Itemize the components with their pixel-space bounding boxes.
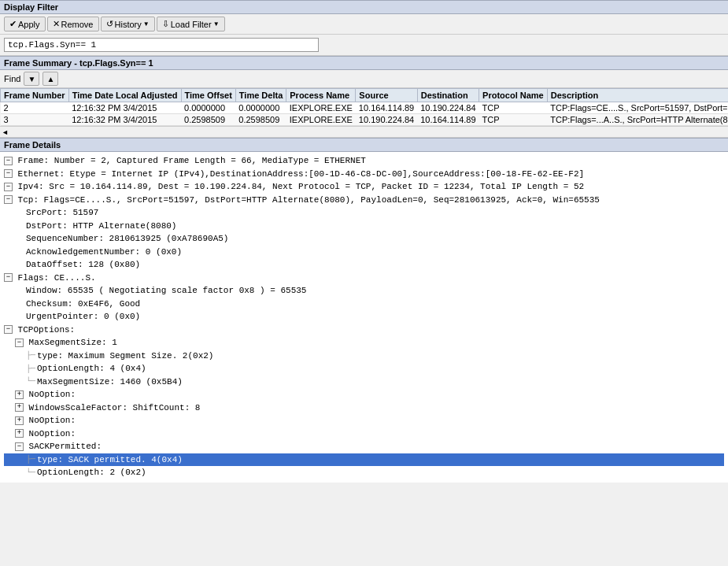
tree-line[interactable]: ├─type: Maximum Segment Size. 2(0x2) <box>4 350 724 363</box>
remove-icon: ✕ <box>53 19 60 29</box>
display-filter-toolbar: ✔ Apply ✕ Remove ↺ History ▼ ⇩ Load Filt… <box>0 14 728 35</box>
tree-node-text: NoOption: <box>24 427 76 441</box>
table-header-row: Frame Number Time Date Local Adjusted Ti… <box>1 89 729 102</box>
filter-input-row <box>0 35 728 55</box>
tree-line[interactable]: + WindowsScaleFactor: ShiftCount: 8 <box>4 401 724 415</box>
tree-line[interactable]: − Ethernet: Etype = Internet IP (IPv4),D… <box>4 168 724 181</box>
frame-details-title: Frame Details <box>4 140 61 150</box>
tree-node-text: MaxSegmentSize: 1460 (0x5B4) <box>37 375 183 389</box>
tree-line[interactable]: └─OptionLength: 2 (0x2) <box>4 466 724 479</box>
tree-line[interactable]: − Flags: CE....S. <box>4 272 724 285</box>
tree-line[interactable]: − Ipv4: Src = 10.164.114.89, Dest = 10.1… <box>4 180 724 194</box>
tree-line[interactable]: + NoOption: <box>4 427 724 441</box>
display-filter-header: Display Filter <box>0 0 728 14</box>
tree-line[interactable]: − Tcp: Flags=CE....S., SrcPort=51597, Ds… <box>4 194 724 207</box>
tree-line[interactable]: AcknowledgementNumber: 0 (0x0) <box>4 246 724 259</box>
tree-node-text: MaxSegmentSize: 1 <box>24 336 117 350</box>
tree-line[interactable]: − SACKPermitted: <box>4 440 724 453</box>
expand-icon[interactable]: + <box>15 429 24 438</box>
tree-node-text: Tcp: Flags=CE....S., SrcPort=51597, DstP… <box>13 194 600 207</box>
tree-node-text: OptionLength: 2 (0x2) <box>37 466 146 479</box>
history-dropdown-arrow: ▼ <box>143 20 150 28</box>
horizontal-scrollbar[interactable]: ◄ <box>0 126 728 137</box>
load-filter-button[interactable]: ⇩ Load Filter ▼ <box>157 17 225 31</box>
tree-line[interactable]: SrcPort: 51597 <box>4 206 724 220</box>
remove-button[interactable]: ✕ Remove <box>47 17 99 31</box>
frame-summary-section: Frame Summary - tcp.Flags.Syn== 1 Find ▼… <box>0 56 728 138</box>
summary-toolbar: Find ▼ ▲ <box>0 70 728 88</box>
tree-line[interactable]: ├─type: SACK permitted. 4(0x4) <box>4 453 724 467</box>
frame-table-body: 212:16:32 PM 3/4/20150.00000000.0000000I… <box>1 102 729 126</box>
tree-node-text: Ethernet: Etype = Internet IP (IPv4),Des… <box>13 168 584 181</box>
tree-node-text: Window: 65535 ( Negotiating scale factor… <box>26 284 306 298</box>
col-time-date: Time Date Local Adjusted <box>68 89 181 102</box>
col-source: Source <box>356 89 417 102</box>
expand-icon[interactable]: + <box>15 403 24 412</box>
scroll-left-icon: ◄ <box>2 128 9 136</box>
table-row[interactable]: 312:16:32 PM 3/4/20150.25985090.2598509I… <box>1 114 729 126</box>
collapse-icon[interactable]: − <box>4 325 13 334</box>
expand-icon[interactable]: + <box>15 390 24 399</box>
collapse-icon[interactable]: − <box>4 157 13 165</box>
tree-node-text: Ipv4: Src = 10.164.114.89, Dest = 10.190… <box>13 180 584 194</box>
load-filter-dropdown-arrow: ▼ <box>213 20 220 28</box>
history-icon: ↺ <box>106 19 113 29</box>
tree-node-text: type: Maximum Segment Size. 2(0x2) <box>37 350 213 363</box>
display-filter-section: Display Filter ✔ Apply ✕ Remove ↺ Histor… <box>0 0 728 56</box>
frame-details-header: Frame Details <box>0 138 728 152</box>
tree-line[interactable]: ├─OptionLength: 4 (0x4) <box>4 362 724 375</box>
scroll-down-button[interactable]: ▼ <box>24 72 39 86</box>
tree-line[interactable]: − Frame: Number = 2, Captured Frame Leng… <box>4 154 724 168</box>
tree-line[interactable]: Checksum: 0xE4F6, Good <box>4 298 724 311</box>
tree-line[interactable]: DstPort: HTTP Alternate(8080) <box>4 220 724 233</box>
apply-icon: ✔ <box>9 19 17 29</box>
tree-node-text: SequenceNumber: 2810613925 (0xA78690A5) <box>26 232 228 246</box>
tree-node-text: SrcPort: 51597 <box>26 206 98 220</box>
tree-line[interactable]: └─MaxSegmentSize: 1460 (0x5B4) <box>4 375 724 389</box>
tree-line[interactable]: + NoOption: <box>4 388 724 401</box>
tree-node-text: OptionLength: 4 (0x4) <box>37 362 146 375</box>
col-time-delta: Time Delta <box>235 89 286 102</box>
collapse-icon[interactable]: − <box>4 273 13 282</box>
frame-table-container: Frame Number Time Date Local Adjusted Ti… <box>0 88 728 126</box>
history-button[interactable]: ↺ History ▼ <box>101 17 155 31</box>
scroll-up-button[interactable]: ▲ <box>42 72 58 86</box>
tree-node-text: Checksum: 0xE4F6, Good <box>26 298 140 311</box>
frame-table: Frame Number Time Date Local Adjusted Ti… <box>0 88 728 126</box>
tree-line[interactable]: UrgentPointer: 0 (0x0) <box>4 310 724 324</box>
tree-node-text: AcknowledgementNumber: 0 (0x0) <box>26 246 182 259</box>
tree-node-text: type: SACK permitted. 4(0x4) <box>37 453 183 467</box>
collapse-icon[interactable]: − <box>4 183 13 191</box>
tree-line[interactable]: DataOffset: 128 (0x80) <box>4 258 724 272</box>
tree-line[interactable]: + NoOption: <box>4 414 724 427</box>
tree-node-text: Flags: CE....S. <box>13 272 96 285</box>
tree-node-text: UrgentPointer: 0 (0x0) <box>26 310 140 324</box>
col-process-name: Process Name <box>286 89 356 102</box>
apply-button[interactable]: ✔ Apply <box>4 17 46 31</box>
tree-node-text: NoOption: <box>24 388 76 401</box>
tree-line[interactable]: Window: 65535 ( Negotiating scale factor… <box>4 284 724 298</box>
frame-summary-header: Frame Summary - tcp.Flags.Syn== 1 <box>0 56 728 70</box>
collapse-icon[interactable]: − <box>4 195 13 204</box>
collapse-icon[interactable]: − <box>15 442 24 451</box>
col-description: Description <box>547 89 728 102</box>
collapse-icon[interactable]: − <box>4 169 13 178</box>
load-filter-icon: ⇩ <box>162 19 169 29</box>
filter-input[interactable] <box>4 38 319 52</box>
tree-node-text: NoOption: <box>24 414 76 427</box>
down-arrow-icon: ▼ <box>28 75 35 83</box>
tree-container[interactable]: − Frame: Number = 2, Captured Frame Leng… <box>0 152 728 483</box>
tree-node-text: DataOffset: 128 (0x80) <box>26 258 140 272</box>
tree-line[interactable]: − MaxSegmentSize: 1 <box>4 336 724 350</box>
frame-details-section: Frame Details − Frame: Number = 2, Captu… <box>0 138 728 483</box>
collapse-icon[interactable]: − <box>15 338 24 347</box>
find-label: Find <box>4 74 20 83</box>
expand-icon[interactable]: + <box>15 416 24 425</box>
col-time-offset: Time Offset <box>181 89 235 102</box>
tree-line[interactable]: − TCPOptions: <box>4 324 724 337</box>
display-filter-title: Display Filter <box>4 2 58 12</box>
tree-node-text: TCPOptions: <box>13 324 75 337</box>
table-row[interactable]: 212:16:32 PM 3/4/20150.00000000.0000000I… <box>1 102 729 114</box>
up-arrow-icon: ▲ <box>46 75 54 83</box>
tree-line[interactable]: SequenceNumber: 2810613925 (0xA78690A5) <box>4 232 724 246</box>
